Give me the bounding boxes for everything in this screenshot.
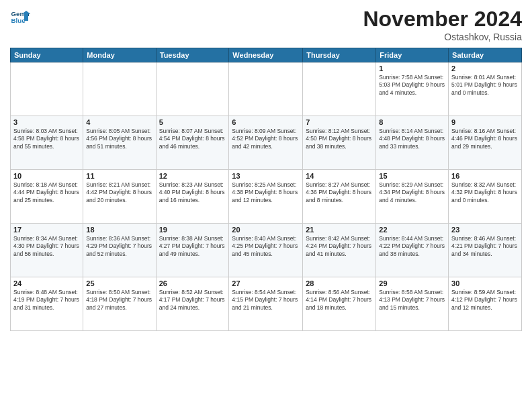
table-row: 22Sunrise: 8:44 AM Sunset: 4:22 PM Dayli… xyxy=(376,224,449,277)
day-number: 5 xyxy=(159,118,226,126)
table-row: 6Sunrise: 8:09 AM Sunset: 4:52 PM Daylig… xyxy=(229,116,303,170)
day-info: Sunrise: 8:23 AM Sunset: 4:40 PM Dayligh… xyxy=(159,181,226,204)
col-wednesday: Wednesday xyxy=(229,48,303,62)
day-info: Sunrise: 8:18 AM Sunset: 4:44 PM Dayligh… xyxy=(13,181,80,204)
day-number: 4 xyxy=(86,118,152,126)
table-row: 27Sunrise: 8:54 AM Sunset: 4:15 PM Dayli… xyxy=(229,277,303,331)
page: General Blue November 2024 Ostashkov, Ru… xyxy=(0,0,532,411)
month-title: November 2024 xyxy=(363,7,522,32)
day-number: 20 xyxy=(232,226,300,234)
day-number: 3 xyxy=(13,118,80,126)
calendar-week-row: 17Sunrise: 8:34 AM Sunset: 4:30 PM Dayli… xyxy=(11,224,522,277)
day-number: 11 xyxy=(86,172,152,180)
table-row: 12Sunrise: 8:23 AM Sunset: 4:40 PM Dayli… xyxy=(156,170,229,224)
day-number: 15 xyxy=(379,172,445,180)
day-info: Sunrise: 8:32 AM Sunset: 4:32 PM Dayligh… xyxy=(451,181,519,204)
title-area: November 2024 Ostashkov, Russia xyxy=(363,7,522,42)
day-number: 1 xyxy=(379,64,445,73)
day-number: 22 xyxy=(379,226,445,234)
col-thursday: Thursday xyxy=(303,48,376,62)
table-row: 2Sunrise: 8:01 AM Sunset: 5:01 PM Daylig… xyxy=(449,62,522,116)
day-info: Sunrise: 8:03 AM Sunset: 4:58 PM Dayligh… xyxy=(13,128,80,150)
location: Ostashkov, Russia xyxy=(363,32,522,42)
day-number: 10 xyxy=(13,172,80,180)
day-info: Sunrise: 8:59 AM Sunset: 4:12 PM Dayligh… xyxy=(451,289,519,312)
day-info: Sunrise: 8:50 AM Sunset: 4:18 PM Dayligh… xyxy=(86,289,152,312)
day-info: Sunrise: 8:29 AM Sunset: 4:34 PM Dayligh… xyxy=(379,181,445,204)
table-row: 23Sunrise: 8:46 AM Sunset: 4:21 PM Dayli… xyxy=(449,224,522,277)
calendar-header-row: Sunday Monday Tuesday Wednesday Thursday… xyxy=(11,48,522,62)
table-row xyxy=(303,62,376,116)
day-number: 7 xyxy=(306,118,373,126)
day-info: Sunrise: 8:46 AM Sunset: 4:21 PM Dayligh… xyxy=(451,235,519,258)
table-row: 16Sunrise: 8:32 AM Sunset: 4:32 PM Dayli… xyxy=(449,170,522,224)
logo: General Blue xyxy=(10,7,30,27)
day-info: Sunrise: 8:42 AM Sunset: 4:24 PM Dayligh… xyxy=(306,235,373,258)
day-number: 21 xyxy=(306,226,373,234)
table-row: 17Sunrise: 8:34 AM Sunset: 4:30 PM Dayli… xyxy=(11,224,83,277)
table-row: 15Sunrise: 8:29 AM Sunset: 4:34 PM Dayli… xyxy=(376,170,449,224)
day-info: Sunrise: 8:09 AM Sunset: 4:52 PM Dayligh… xyxy=(232,128,300,150)
day-number: 9 xyxy=(451,118,519,126)
table-row: 10Sunrise: 8:18 AM Sunset: 4:44 PM Dayli… xyxy=(11,170,83,224)
day-info: Sunrise: 8:34 AM Sunset: 4:30 PM Dayligh… xyxy=(13,235,80,258)
day-info: Sunrise: 8:52 AM Sunset: 4:17 PM Dayligh… xyxy=(159,289,226,312)
col-tuesday: Tuesday xyxy=(156,48,229,62)
day-number: 12 xyxy=(159,172,226,180)
day-info: Sunrise: 8:56 AM Sunset: 4:14 PM Dayligh… xyxy=(306,289,373,312)
day-number: 27 xyxy=(232,279,300,287)
calendar-week-row: 10Sunrise: 8:18 AM Sunset: 4:44 PM Dayli… xyxy=(11,170,522,224)
day-number: 23 xyxy=(451,226,519,234)
day-info: Sunrise: 8:44 AM Sunset: 4:22 PM Dayligh… xyxy=(379,235,445,258)
table-row: 4Sunrise: 8:05 AM Sunset: 4:56 PM Daylig… xyxy=(83,116,156,170)
table-row: 5Sunrise: 8:07 AM Sunset: 4:54 PM Daylig… xyxy=(156,116,229,170)
table-row: 25Sunrise: 8:50 AM Sunset: 4:18 PM Dayli… xyxy=(83,277,156,331)
table-row: 29Sunrise: 8:58 AM Sunset: 4:13 PM Dayli… xyxy=(376,277,449,331)
day-info: Sunrise: 8:05 AM Sunset: 4:56 PM Dayligh… xyxy=(86,128,152,150)
day-number: 6 xyxy=(232,118,300,126)
day-number: 24 xyxy=(13,279,80,287)
day-info: Sunrise: 8:01 AM Sunset: 5:01 PM Dayligh… xyxy=(451,74,519,97)
table-row xyxy=(229,62,303,116)
day-number: 26 xyxy=(159,279,226,287)
day-number: 29 xyxy=(379,279,445,287)
table-row: 28Sunrise: 8:56 AM Sunset: 4:14 PM Dayli… xyxy=(303,277,376,331)
table-row xyxy=(11,62,83,116)
table-row: 19Sunrise: 8:38 AM Sunset: 4:27 PM Dayli… xyxy=(156,224,229,277)
table-row: 8Sunrise: 8:14 AM Sunset: 4:48 PM Daylig… xyxy=(376,116,449,170)
day-number: 14 xyxy=(306,172,373,180)
day-info: Sunrise: 8:21 AM Sunset: 4:42 PM Dayligh… xyxy=(86,181,152,204)
col-sunday: Sunday xyxy=(11,48,83,62)
table-row: 11Sunrise: 8:21 AM Sunset: 4:42 PM Dayli… xyxy=(83,170,156,224)
day-info: Sunrise: 8:25 AM Sunset: 4:38 PM Dayligh… xyxy=(232,181,300,204)
table-row: 20Sunrise: 8:40 AM Sunset: 4:25 PM Dayli… xyxy=(229,224,303,277)
table-row: 9Sunrise: 8:16 AM Sunset: 4:46 PM Daylig… xyxy=(449,116,522,170)
table-row: 21Sunrise: 8:42 AM Sunset: 4:24 PM Dayli… xyxy=(303,224,376,277)
day-info: Sunrise: 8:48 AM Sunset: 4:19 PM Dayligh… xyxy=(13,289,80,312)
day-info: Sunrise: 8:16 AM Sunset: 4:46 PM Dayligh… xyxy=(451,128,519,150)
calendar-week-row: 1Sunrise: 7:58 AM Sunset: 5:03 PM Daylig… xyxy=(11,62,522,116)
day-number: 18 xyxy=(86,226,152,234)
day-number: 28 xyxy=(306,279,373,287)
table-row: 24Sunrise: 8:48 AM Sunset: 4:19 PM Dayli… xyxy=(11,277,83,331)
svg-text:Blue: Blue xyxy=(11,17,26,24)
day-info: Sunrise: 8:58 AM Sunset: 4:13 PM Dayligh… xyxy=(379,289,445,312)
col-monday: Monday xyxy=(83,48,156,62)
day-number: 2 xyxy=(451,64,519,73)
calendar-week-row: 3Sunrise: 8:03 AM Sunset: 4:58 PM Daylig… xyxy=(11,116,522,170)
day-number: 13 xyxy=(232,172,300,180)
day-info: Sunrise: 8:07 AM Sunset: 4:54 PM Dayligh… xyxy=(159,128,226,150)
day-number: 30 xyxy=(451,279,519,287)
day-info: Sunrise: 8:12 AM Sunset: 4:50 PM Dayligh… xyxy=(306,128,373,150)
header: General Blue November 2024 Ostashkov, Ru… xyxy=(10,7,522,42)
day-info: Sunrise: 8:38 AM Sunset: 4:27 PM Dayligh… xyxy=(159,235,226,258)
table-row: 14Sunrise: 8:27 AM Sunset: 4:36 PM Dayli… xyxy=(303,170,376,224)
table-row: 7Sunrise: 8:12 AM Sunset: 4:50 PM Daylig… xyxy=(303,116,376,170)
table-row: 3Sunrise: 8:03 AM Sunset: 4:58 PM Daylig… xyxy=(11,116,83,170)
day-number: 17 xyxy=(13,226,80,234)
table-row: 26Sunrise: 8:52 AM Sunset: 4:17 PM Dayli… xyxy=(156,277,229,331)
calendar-table: Sunday Monday Tuesday Wednesday Thursday… xyxy=(10,48,522,331)
day-info: Sunrise: 8:14 AM Sunset: 4:48 PM Dayligh… xyxy=(379,128,445,150)
col-friday: Friday xyxy=(376,48,449,62)
table-row xyxy=(156,62,229,116)
